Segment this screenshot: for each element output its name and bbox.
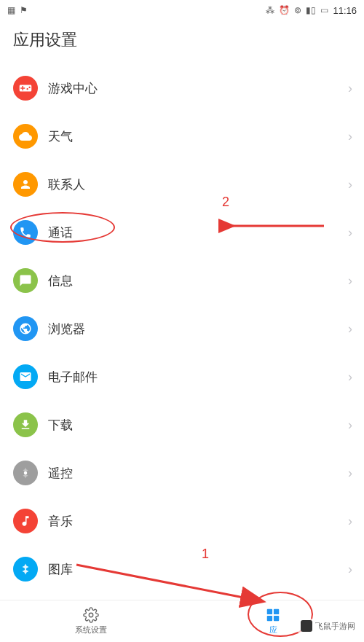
status-grid-icon: ▦ [7,5,15,15]
annotation-label: 2 [222,195,229,210]
svg-rect-3 [274,609,279,614]
svg-point-1 [89,613,93,617]
phone-icon [13,220,38,245]
nav-label: 应 [269,625,277,635]
list-item-browser[interactable]: 浏览器 › [0,305,364,353]
gallery-icon [13,557,38,582]
chevron-right-icon: › [348,369,352,385]
watermark-text: 飞鼠手游网 [315,621,355,632]
remote-icon [13,461,38,485]
chevron-right-icon: › [348,514,352,529]
gear-icon [83,607,99,623]
download-icon [13,412,38,437]
chevron-right-icon: › [348,225,352,240]
page-header: 应用设置 [0,20,364,64]
item-label: 信息 [48,273,348,289]
list-item-gallery[interactable]: 图库 › [0,545,364,593]
gamepad-icon [13,76,38,101]
svg-rect-5 [274,616,279,621]
status-flag-icon: ⚑ [20,5,28,15]
email-icon [13,364,38,389]
list-item-weather[interactable]: 天气 › [0,112,364,160]
list-item-music[interactable]: 音乐 › [0,497,364,545]
item-label: 电子邮件 [48,369,348,385]
chevron-right-icon: › [348,177,352,192]
svg-rect-2 [267,609,272,614]
signal-icon: ▮▯ [306,5,316,15]
annotation-label: 1 [202,547,209,562]
settings-list: 游戏中心 › 天气 › 联系人 › 通话 › 信息 › 浏览器 › [0,64,364,593]
nav-label: 系统设置 [75,625,107,635]
chevron-right-icon: › [348,562,352,577]
list-item-download[interactable]: 下载 › [0,401,364,449]
watermark-icon [301,620,312,632]
list-item-game-center[interactable]: 游戏中心 › [0,64,364,112]
bluetooth-icon: ⁂ [266,5,274,15]
status-bar: ▦ ⚑ ⁂ ⏰ ⊚ ▮▯ ▭ 11:16 [0,0,364,20]
chevron-right-icon: › [348,129,352,144]
item-label: 浏览器 [48,321,348,337]
chevron-right-icon: › [348,81,352,96]
wifi-icon: ⊚ [294,5,301,15]
music-icon [13,509,38,533]
list-item-email[interactable]: 电子邮件 › [0,353,364,401]
item-label: 通话 [48,224,348,241]
chevron-right-icon: › [348,466,352,481]
chevron-right-icon: › [348,418,352,433]
item-label: 游戏中心 [48,80,348,97]
message-icon [13,268,38,293]
item-label: 遥控 [48,465,348,482]
nav-system-settings[interactable]: 系统设置 [0,600,182,642]
watermark: 飞鼠手游网 [298,619,358,633]
item-label: 图库 [48,561,348,578]
list-item-remote[interactable]: 遥控 › [0,449,364,497]
page-title: 应用设置 [13,29,351,51]
apps-icon [265,607,281,623]
status-time: 11:16 [333,5,357,16]
contacts-icon [13,172,38,197]
chevron-right-icon: › [348,273,352,289]
svg-rect-4 [267,616,272,621]
battery-icon: ▭ [320,5,328,15]
item-label: 音乐 [48,513,348,530]
item-label: 天气 [48,128,348,145]
alarm-icon: ⏰ [279,5,290,15]
list-item-messages[interactable]: 信息 › [0,257,364,305]
item-label: 联系人 [48,176,348,193]
browser-icon [13,316,38,341]
list-item-call[interactable]: 通话 › [0,208,364,257]
weather-icon [13,124,38,149]
item-label: 下载 [48,417,348,434]
chevron-right-icon: › [348,321,352,337]
list-item-contacts[interactable]: 联系人 › [0,160,364,208]
